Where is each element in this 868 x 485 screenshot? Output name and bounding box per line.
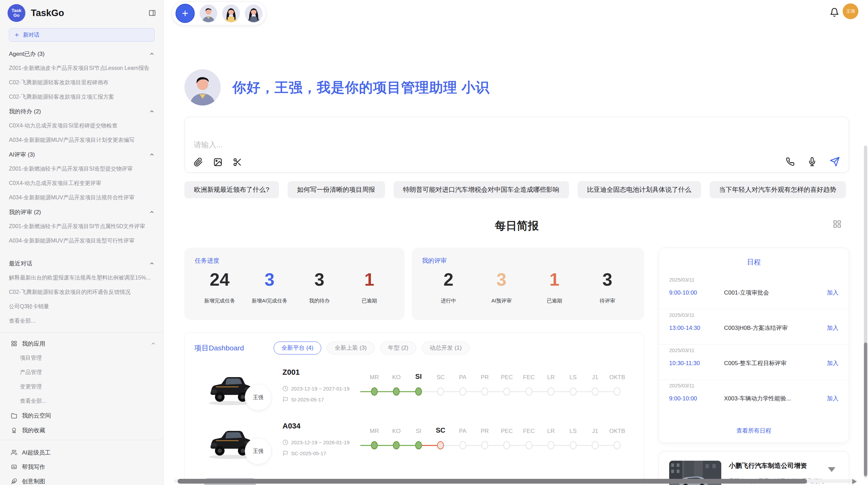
sidebar-section-header[interactable]: AI评审 (3): [0, 147, 164, 162]
sidebar-item[interactable]: A034-全新新能源MUV产品开发项目计划变更表编写: [0, 133, 164, 147]
milestone-node-SC[interactable]: [437, 441, 444, 449]
milestone-node-FEC[interactable]: [526, 387, 532, 396]
send-icon[interactable]: [830, 157, 840, 167]
horizontal-scrollbar-thumb[interactable]: [178, 479, 807, 484]
app-link[interactable]: 项目管理: [0, 351, 164, 365]
sidebar-tool[interactable]: 帮我写作: [0, 460, 164, 474]
milestone-node-LR[interactable]: [547, 441, 554, 449]
milestone-node-LR[interactable]: [547, 387, 554, 396]
milestone-node-LS[interactable]: [570, 387, 577, 396]
sidebar-item[interactable]: C02-飞腾新能源轻客改款项目里程碑画布: [0, 75, 164, 90]
milestone-node-SC[interactable]: [437, 387, 444, 396]
recent-conversation-item[interactable]: 公司Q3轻卡销量: [0, 299, 164, 314]
milestone-node-SI[interactable]: [415, 387, 422, 396]
milestone-node-PA[interactable]: [459, 387, 466, 396]
suggestion-chip[interactable]: 如何写一份清晰的项目周报: [288, 181, 385, 198]
milestone-node-SI[interactable]: [415, 441, 422, 449]
milestone-node-KO[interactable]: [393, 387, 400, 396]
milestone-node-J1[interactable]: [592, 441, 599, 449]
dashboard-tab[interactable]: 全新上装 (3): [327, 341, 375, 355]
stat[interactable]: 3 新增AI完成任务: [245, 270, 295, 304]
my-apps-header[interactable]: 我的应用: [0, 336, 164, 351]
milestone-node-PR[interactable]: [481, 441, 488, 449]
suggestion-chip[interactable]: 欧洲新规最近颁布了什么?: [184, 181, 279, 198]
schedule-event-title: C005-整车工程目标评审: [724, 359, 823, 367]
image-upload-icon[interactable]: [213, 158, 222, 167]
join-meeting-link[interactable]: 加入: [827, 289, 839, 297]
new-chat-button[interactable]: 新对话: [9, 28, 155, 42]
stat[interactable]: 3 AI预评审: [475, 270, 528, 304]
sidebar-item[interactable]: Z001-全新燃油皮卡产品开发项目SI节点Lesson Learn报告: [0, 61, 164, 75]
dashboard-tab[interactable]: 全新平台 (4): [274, 341, 322, 355]
milestone-node-PEC[interactable]: [503, 387, 510, 396]
join-meeting-link[interactable]: 加入: [827, 359, 839, 367]
recent-conversation-item[interactable]: 解释最新出台的欧盟报废车法规再生塑料比例被调至15%...: [0, 271, 164, 285]
join-meeting-link[interactable]: 加入: [827, 324, 839, 332]
milestone-node-OKTB[interactable]: [614, 387, 620, 396]
milestone-node-KO[interactable]: [393, 441, 400, 449]
milestone-node-PR[interactable]: [481, 387, 488, 396]
dashboard-tab[interactable]: 年型 (2): [380, 341, 417, 355]
sidebar-shortcut[interactable]: 我的云空间: [0, 408, 164, 423]
app-link[interactable]: 产品管理: [0, 365, 164, 380]
sidebar-tool[interactable]: 创意制图: [0, 474, 164, 485]
milestone-node-LS[interactable]: [570, 441, 577, 449]
scroll-right-arrow-icon[interactable]: [852, 479, 857, 484]
sidebar-item[interactable]: A034-全新新能源MUV产品开发项目造型可行性评审: [0, 234, 164, 248]
assistant-avatar[interactable]: [245, 4, 263, 22]
view-all-schedule-link[interactable]: 查看所有日程: [659, 427, 849, 435]
suggestion-chip[interactable]: 特朗普可能对进口汽车增税会对中国车企造成哪些影响: [394, 181, 569, 198]
assistant-avatar[interactable]: [222, 4, 240, 22]
project-row[interactable]: 王强 Z001 2023-12-19 ~ 2027-01-19 SI-2025-…: [185, 362, 644, 415]
sidebar-item[interactable]: C02-飞腾新能源轻客改款项目立项汇报方案: [0, 90, 164, 104]
dashboard-tab[interactable]: 动总开发 (1): [422, 341, 470, 355]
sidebar-item[interactable]: C0X4-动力总成开发项目SI里程碑提交物检查: [0, 119, 164, 133]
recent-conversation-item[interactable]: C02-飞腾新能源轻客改款项目的闭环通告反馈情况: [0, 285, 164, 299]
milestone-node-FEC[interactable]: [526, 441, 532, 449]
sidebar-item[interactable]: C0X4-动力总成开发项目工程变更评审: [0, 176, 164, 190]
stat[interactable]: 1 已逾期: [528, 270, 581, 304]
sidebar-section-header[interactable]: 我的待办 (2): [0, 104, 164, 119]
milestone-node-MR[interactable]: [371, 441, 378, 449]
suggestion-chip[interactable]: 当下年轻人对汽车外观有怎样的喜好趋势: [710, 181, 846, 198]
chat-input[interactable]: 请输入...: [184, 117, 849, 173]
suggestion-chip[interactable]: 比亚迪全固态电池计划具体说了什么: [578, 181, 701, 198]
user-avatar[interactable]: 王强: [843, 3, 858, 19]
join-meeting-link[interactable]: 加入: [827, 395, 839, 402]
sidebar-item[interactable]: Z001-全新燃油轻卡产品开发项目SI节点属性5D文件评审: [0, 219, 164, 234]
add-assistant-button[interactable]: [176, 4, 195, 23]
recent-section-header[interactable]: 最近对话: [0, 256, 164, 271]
milestone-node-PA[interactable]: [459, 441, 466, 449]
sidebar-shortcut[interactable]: 我的收藏: [0, 423, 164, 438]
sidebar-item[interactable]: A034-全新新能源MUV产品开发项目法规符合性评审: [0, 190, 164, 205]
sidebar-section-title: 我的待办 (2): [9, 108, 41, 115]
stat[interactable]: 24 新增完成任务: [195, 270, 245, 304]
vertical-scrollbar-thumb[interactable]: [864, 343, 867, 476]
stat[interactable]: 3 待评审: [581, 270, 634, 304]
phone-call-icon[interactable]: [786, 157, 795, 166]
stat[interactable]: 1 已逾期: [345, 270, 395, 304]
app-link[interactable]: 变更管理: [0, 380, 164, 394]
scroll-down-indicator-icon[interactable]: [828, 467, 835, 472]
milestone-node-PEC[interactable]: [503, 441, 510, 449]
sidebar-tool[interactable]: AI超级员工: [0, 445, 164, 460]
scissors-icon[interactable]: [233, 158, 242, 167]
layout-grid-icon[interactable]: [833, 220, 842, 228]
milestone-node-J1[interactable]: [592, 387, 599, 396]
milestone-node-OKTB[interactable]: [614, 441, 620, 449]
stat-label: 进行中: [422, 298, 475, 304]
milestone-node-MR[interactable]: [371, 387, 378, 396]
assistant-avatar[interactable]: [200, 4, 217, 22]
project-row[interactable]: 王强 A034 2023-12-19 ~ 2026-01-19 SC-2025-…: [185, 415, 644, 469]
stat[interactable]: 3 我的待办: [294, 270, 345, 304]
stat[interactable]: 2 进行中: [422, 270, 475, 304]
view-all-conversations-link[interactable]: 查看全部...: [0, 314, 164, 328]
notifications-bell-icon[interactable]: [830, 8, 839, 17]
sidebar-section-header[interactable]: Agent已办 (3): [0, 47, 164, 61]
collapse-sidebar-icon[interactable]: [148, 9, 156, 17]
sidebar-section-header[interactable]: 我的评审 (2): [0, 205, 164, 219]
microphone-icon[interactable]: [808, 157, 817, 166]
sidebar-item[interactable]: Z001-全新燃油轻卡产品开发项目SI造型提交物评审: [0, 162, 164, 176]
view-all-apps-link[interactable]: 查看全部...: [0, 394, 164, 408]
attachment-icon[interactable]: [194, 158, 203, 167]
